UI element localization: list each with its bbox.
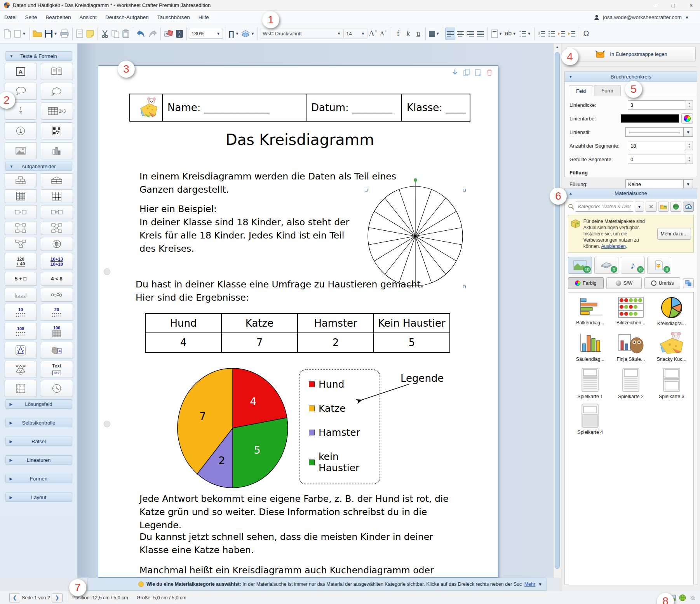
menu-hilfe[interactable]: Hilfe (194, 11, 213, 24)
section-layout[interactable]: ▶Layout (5, 493, 72, 502)
tool-dots-field-10[interactable]: 10●●●●●●●○○○ (5, 304, 37, 321)
account-menu[interactable]: josa.wode@worksheetcrafter.com ▼ (594, 14, 700, 21)
font-smaller-button[interactable]: A▼ (379, 28, 389, 40)
numbered-list-button[interactable]: 123 (536, 28, 547, 40)
align-justify-button[interactable] (475, 28, 486, 40)
online-search-button[interactable] (670, 202, 681, 212)
pie-chart[interactable]: 4527 (176, 367, 289, 489)
bruchrechenkreis-header[interactable]: ▼ Bruchrechenkreis (565, 72, 697, 82)
tab-form[interactable]: Form (594, 85, 620, 96)
next-page-button[interactable]: ❯ (52, 593, 63, 602)
mode-sw-button[interactable]: S/W (606, 277, 642, 289)
material-item-bildzeichen[interactable]: Bildzeichen... (611, 296, 651, 332)
tool-brick-pyramid[interactable] (5, 173, 37, 187)
tool-dots-field-20[interactable]: 20●●●●●●●○○○ (41, 304, 73, 321)
tool-grid-3x3[interactable] (41, 189, 73, 203)
tool-ruler[interactable] (5, 288, 37, 302)
outdent-button[interactable] (557, 28, 567, 40)
material-item-spielkarte-1[interactable]: Spielkarte 1 (570, 368, 610, 404)
menu-bearbeiten[interactable]: Bearbeiten (41, 11, 75, 24)
survey-table[interactable]: Hund Katze Hamster Kein Haustier 4 7 2 5 (145, 313, 450, 353)
tool-text-field[interactable]: A (5, 63, 37, 80)
media-tab-images[interactable]: 10 (568, 257, 592, 274)
column-marker-button[interactable]: ∏▼ (227, 28, 240, 40)
tool-qr-code[interactable] (41, 122, 73, 139)
document-canvas[interactable]: Name: _____________ Datum: ________ Klas… (78, 44, 553, 578)
redo-button[interactable] (147, 28, 158, 40)
new-from-template-button[interactable]: ▼ (12, 28, 27, 40)
tool-clock[interactable] (41, 380, 73, 397)
tool-bead-chain[interactable] (41, 288, 73, 302)
align-right-button[interactable] (465, 28, 475, 40)
paste-button[interactable] (121, 28, 131, 40)
section-raetsel[interactable]: ▶Rätsel (5, 437, 72, 446)
copy-button[interactable] (110, 28, 121, 40)
material-item-balkendiagramm[interactable]: Balkendiag... (570, 296, 610, 332)
resize-handle[interactable] (463, 189, 466, 191)
tool-reading-book[interactable] (41, 63, 73, 80)
section-loesungsfeld[interactable]: ▶Lösungsfeld (5, 399, 72, 409)
linienfarbe-swatch[interactable] (621, 114, 679, 123)
material-item-kreisdiagramm[interactable]: Kreisdiagra... (651, 296, 692, 332)
minimize-button[interactable]: – (646, 0, 664, 11)
linienstil-dropdown-button[interactable]: ▼ (684, 127, 693, 137)
mode-umriss-button[interactable]: Umriss (644, 277, 680, 289)
tool-fine-grid[interactable] (5, 189, 37, 203)
search-dropdown-button[interactable]: ▼ (635, 202, 644, 212)
align-left-button[interactable] (445, 28, 455, 40)
scrollbar-thumb[interactable] (555, 52, 560, 569)
liniendicke-input[interactable] (628, 100, 686, 110)
add-material-folder-button[interactable] (658, 202, 669, 212)
fuellung-select[interactable]: Keine (625, 179, 684, 189)
hint-dropdown-icon[interactable]: ▼ (538, 582, 542, 587)
scroll-up-icon[interactable]: ▲ (554, 44, 561, 50)
menu-deutsch-aufgaben[interactable]: Deutsch-Aufgaben (101, 11, 153, 24)
gefuellte-input[interactable] (628, 155, 686, 164)
zoom-select[interactable]: 130% ▼ (189, 29, 223, 39)
eulenpost-button[interactable]: In Eulenpostmappe legen (566, 47, 696, 61)
prev-page-button[interactable]: ❮ (9, 593, 20, 602)
copy-material-button[interactable] (683, 278, 694, 288)
media-tab-audio[interactable]: ♪ 0 (621, 257, 645, 274)
tool-elephant-number[interactable]: 4 (41, 342, 73, 359)
bullet-list-button[interactable] (547, 28, 557, 40)
duplicate-page-icon[interactable] (463, 69, 470, 77)
maximize-button[interactable]: □ (664, 0, 682, 11)
worksheet-header-table[interactable]: Name: _____________ Datum: ________ Klas… (129, 94, 470, 122)
mehr-link[interactable]: Mehr (524, 581, 535, 587)
tool-box-swap-box[interactable] (41, 205, 73, 219)
menu-tauschboersen[interactable]: Tauschbörsen (153, 11, 194, 24)
linienstil-select[interactable] (625, 127, 684, 137)
italic-button[interactable]: k (403, 28, 413, 40)
gefuellte-spinner[interactable]: ▲▼ (686, 155, 693, 164)
underline-button[interactable]: u (413, 28, 423, 40)
tool-grid-field-100[interactable]: 100 (41, 323, 73, 340)
indent-button[interactable] (567, 28, 577, 40)
move-page-down-icon[interactable] (451, 69, 458, 77)
ausblenden-link[interactable]: Ausblenden (601, 244, 625, 249)
align-center-button[interactable] (455, 28, 465, 40)
tool-text-task[interactable]: Text3+7 (41, 361, 73, 378)
tool-geoboard[interactable] (5, 342, 37, 359)
char-spacing-button[interactable]: ab▼ (503, 28, 517, 40)
section-selbstkontrolle[interactable]: ▶Selbstkontrolle (5, 418, 72, 427)
font-select[interactable]: WsC Druckschrift ▼ (260, 29, 343, 39)
resize-handle[interactable] (365, 189, 367, 191)
mode-farbig-button[interactable]: Farbig (568, 277, 604, 289)
tool-table[interactable]: 2×3 (41, 103, 73, 120)
rotation-handle[interactable] (414, 178, 417, 182)
tool-equation-gap[interactable]: 5 + □ (5, 272, 37, 286)
font-larger-button[interactable]: A▲ (367, 28, 378, 40)
sort-az-button[interactable]: AZ (174, 28, 185, 40)
fuellung-dropdown-button[interactable]: ▼ (684, 179, 693, 189)
menu-datei[interactable]: Datei (0, 11, 21, 24)
tool-box-tree[interactable] (5, 237, 37, 251)
media-tab-worksheets[interactable]: 3 (647, 257, 671, 274)
font-size-select[interactable]: 14 ▼ (343, 29, 367, 39)
segmente-input[interactable] (628, 141, 686, 150)
material-item-finja-saeule[interactable]: Finja Säule... (611, 332, 651, 368)
tool-image[interactable] (5, 142, 37, 159)
section-formen[interactable]: ▶Formen (5, 474, 72, 483)
undo-button[interactable] (135, 28, 147, 40)
material-search-input[interactable] (576, 202, 633, 212)
